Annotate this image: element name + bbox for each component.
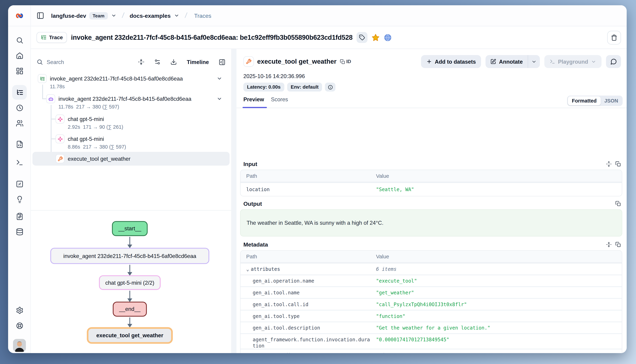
tree-row-generation[interactable]: chat gpt-5-mini 2.92s 171 → 90 (∑ 261) bbox=[32, 115, 230, 133]
support-lifebuoy-icon[interactable] bbox=[12, 318, 27, 333]
tree-row-agent[interactable]: invoke_agent 232de211-7fcf-45c8-b415-6af… bbox=[32, 94, 230, 113]
workspace-name[interactable]: langfuse-dev bbox=[51, 12, 86, 19]
table-row[interactable]: gen_ai.tool.type "function" bbox=[241, 310, 622, 322]
tool-wrench-icon bbox=[243, 56, 254, 67]
observation-timestamp: 2025-10-16 14:20:36.996 bbox=[243, 73, 305, 80]
row-key: gen_ai.tool.name bbox=[253, 290, 373, 296]
chevron-down-icon[interactable]: ⌄ bbox=[246, 266, 249, 272]
delete-trace-button[interactable] bbox=[607, 30, 621, 44]
trace-type-badge: Trace bbox=[37, 32, 67, 43]
copy-input-icon[interactable] bbox=[615, 161, 621, 167]
timeline-toggle-button[interactable]: Timeline bbox=[187, 59, 209, 65]
collapse-panel-icon[interactable] bbox=[219, 58, 226, 66]
search-icon[interactable] bbox=[12, 33, 27, 48]
tree-row-label: invoke_agent 232de211-7fcf-45c8-b415-6af… bbox=[50, 76, 183, 82]
output-text: The weather in Seattle, WA is sunny with… bbox=[247, 220, 383, 226]
sessions-clock-icon[interactable] bbox=[12, 100, 27, 115]
prompts-code-icon[interactable] bbox=[12, 137, 27, 152]
row-value: "Seattle, WA" bbox=[376, 186, 414, 192]
table-row[interactable]: gen_ai.operation.name "execute_tool" bbox=[241, 274, 622, 286]
toggle-json[interactable]: JSON bbox=[601, 98, 622, 104]
row-value: 4 items bbox=[376, 352, 396, 353]
tree-row-tool-selected[interactable]: execute_tool get_weather bbox=[32, 154, 230, 164]
annotate-dropdown-button[interactable] bbox=[528, 55, 540, 68]
format-toggle: Formatted JSON bbox=[567, 96, 623, 106]
row-value: "get_weather" bbox=[376, 290, 414, 296]
project-name[interactable]: docs-examples bbox=[130, 12, 171, 19]
breadcrumb-divider: / bbox=[121, 11, 124, 20]
row-key: location bbox=[246, 186, 366, 193]
trace-header: Trace invoke_agent 232de211-7fcf-45c8-b4… bbox=[31, 26, 627, 49]
table-row-group[interactable]: ⌄resourceAttributes 4 items bbox=[241, 349, 622, 353]
graph-node-label: __end__ bbox=[119, 306, 140, 312]
search-input[interactable] bbox=[47, 59, 108, 65]
download-icon[interactable] bbox=[171, 59, 177, 65]
add-to-datasets-label: Add to datasets bbox=[435, 58, 476, 65]
table-row[interactable]: agent_framework.function.invocation.dura… bbox=[241, 333, 622, 348]
workspace-type-badge: Team bbox=[89, 12, 108, 19]
project-chevron-down-icon[interactable] bbox=[174, 13, 179, 18]
table-row[interactable]: gen_ai.tool.name "get_weather" bbox=[241, 286, 622, 298]
terminal-icon[interactable] bbox=[12, 155, 27, 170]
copy-icon bbox=[340, 59, 345, 64]
workspace-chevron-down-icon[interactable] bbox=[111, 13, 116, 18]
tag-button[interactable] bbox=[357, 32, 367, 43]
view-settings-icon[interactable] bbox=[154, 59, 161, 65]
tracing-icon[interactable] bbox=[12, 85, 27, 100]
tree-row-generation[interactable]: chat gpt-5-mini 8.86s 217 → 380 (∑ 597) bbox=[32, 134, 230, 153]
breadcrumb-section[interactable]: Traces bbox=[194, 12, 211, 19]
datasets-database-icon[interactable] bbox=[12, 224, 27, 239]
chevron-down-icon[interactable]: ⌄ bbox=[246, 352, 249, 353]
table-row-group[interactable]: ⌄attributes 6 items bbox=[241, 263, 622, 274]
graph-node-tool-selected[interactable]: execute_tool get_weather bbox=[87, 327, 173, 344]
chevron-down-icon[interactable] bbox=[217, 96, 222, 102]
graph-node-start[interactable]: __start__ bbox=[112, 221, 148, 236]
scores-percent-icon[interactable] bbox=[12, 176, 27, 191]
row-key: resourceAttributes bbox=[251, 352, 304, 353]
graph-node-agent[interactable]: invoke_agent 232de211-7fcf-45c8-b415-6af… bbox=[50, 248, 209, 264]
table-row[interactable]: gen_ai.tool.description "Get the weather… bbox=[241, 322, 622, 333]
latency-badge: Latency: 0.00s bbox=[243, 83, 284, 92]
tree-row-label: execute_tool get_weather bbox=[68, 156, 130, 162]
row-key: gen_ai.tool.type bbox=[253, 313, 373, 320]
toggle-formatted[interactable]: Formatted bbox=[568, 96, 601, 105]
agent-bot-icon bbox=[48, 96, 53, 102]
playground-button[interactable]: Playground bbox=[544, 55, 601, 68]
copy-output-icon[interactable] bbox=[615, 201, 621, 206]
user-avatar[interactable] bbox=[13, 339, 26, 352]
annotate-button[interactable]: Annotate bbox=[486, 55, 528, 68]
collapse-section-icon[interactable] bbox=[606, 242, 612, 248]
copy-metadata-icon[interactable] bbox=[615, 242, 621, 248]
nav-rail bbox=[8, 26, 31, 353]
tab-preview[interactable]: Preview bbox=[243, 96, 264, 102]
settings-gear-icon[interactable] bbox=[12, 303, 27, 318]
terminal-icon bbox=[550, 59, 555, 64]
column-header-path: Path bbox=[246, 254, 257, 260]
dashboard-icon[interactable] bbox=[12, 64, 27, 78]
info-badge[interactable] bbox=[325, 83, 336, 92]
sidebar-toggle-button[interactable] bbox=[37, 12, 44, 20]
table-row[interactable]: gen_ai.tool.call.id "call_PsylzxTpQh4i0O… bbox=[241, 298, 622, 310]
tree-row-trace[interactable]: invoke_agent 232de211-7fcf-45c8-b415-6af… bbox=[32, 74, 230, 93]
home-icon[interactable] bbox=[12, 48, 27, 63]
evals-lightbulb-icon[interactable] bbox=[12, 192, 27, 206]
globe-icon bbox=[384, 34, 392, 42]
table-row[interactable]: location "Seattle, WA" bbox=[241, 182, 622, 196]
chevron-down-icon[interactable] bbox=[217, 76, 222, 82]
annotation-clipboard-icon[interactable] bbox=[12, 209, 27, 224]
tag-icon bbox=[359, 34, 365, 40]
tree-row-meta: 11.78s 217 → 380 (∑ 597) bbox=[59, 104, 119, 110]
graph-node-end[interactable]: __end__ bbox=[113, 302, 147, 316]
graph-node-generation[interactable]: chat gpt-5-mini (2/2) bbox=[99, 275, 161, 290]
copy-id-button[interactable]: ID bbox=[340, 59, 351, 64]
expand-section-icon[interactable] bbox=[606, 161, 612, 167]
public-globe-button[interactable] bbox=[384, 34, 392, 42]
bookmark-star-button[interactable] bbox=[372, 34, 380, 42]
collapse-all-icon[interactable] bbox=[138, 59, 145, 65]
trace-badge-label: Trace bbox=[49, 34, 63, 40]
tab-scores[interactable]: Scores bbox=[271, 96, 288, 102]
tree-row-label: invoke_agent 232de211-7fcf-45c8-b415-6af… bbox=[59, 96, 191, 102]
add-to-datasets-button[interactable]: Add to datasets bbox=[421, 55, 481, 68]
users-icon[interactable] bbox=[12, 116, 27, 130]
comments-button[interactable] bbox=[606, 55, 621, 68]
